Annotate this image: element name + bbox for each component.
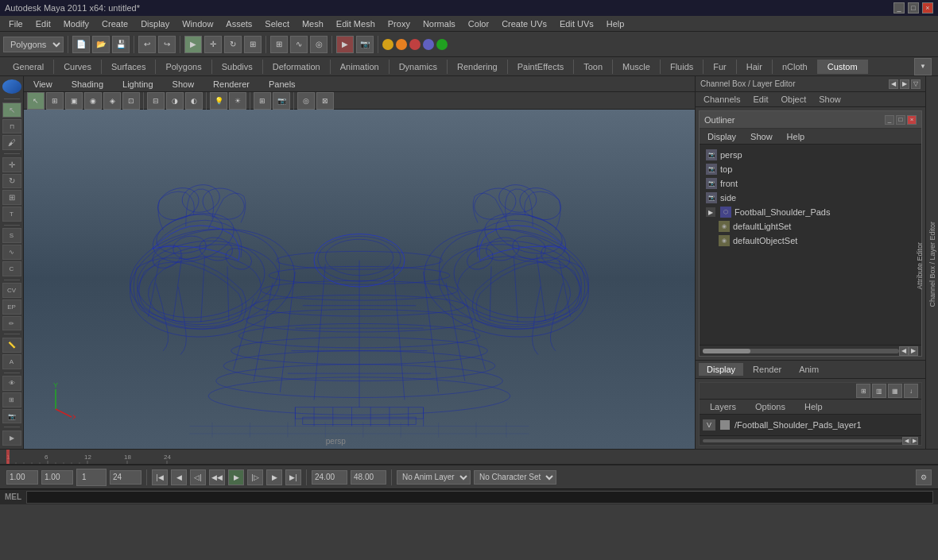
move-tool-btn[interactable]: ✛	[2, 157, 21, 172]
cb-tab-object[interactable]: Object	[777, 94, 809, 105]
outliner-item-lightset[interactable]: ◉ defaultLightSet	[703, 219, 918, 234]
layer-btn-2[interactable]: ▥	[872, 384, 886, 398]
layer-opt-help[interactable]: Help	[799, 400, 828, 413]
start-frame-input[interactable]	[6, 470, 38, 485]
open-btn[interactable]: 📂	[92, 36, 110, 53]
layer-opt-layers[interactable]: Layers	[704, 400, 742, 413]
side-tab-channel-box[interactable]: Channel Box / Layer Editor	[927, 218, 938, 311]
outliner-item-objset[interactable]: ◉ defaultObjectSet	[703, 234, 918, 248]
render-current-btn[interactable]: ▶	[2, 431, 21, 446]
range-start-input[interactable]	[312, 470, 347, 485]
paint-btn[interactable]: 🖌	[2, 135, 21, 150]
tab-painteffects[interactable]: PaintEffects	[508, 60, 575, 74]
show-hide-btn[interactable]: 👁	[2, 376, 21, 391]
outliner-item-top[interactable]: 📷 top	[703, 162, 918, 176]
next-frame-btn[interactable]: ▶	[266, 469, 282, 485]
menu-modify[interactable]: Modify	[58, 17, 95, 30]
undo-btn[interactable]: ↩	[138, 36, 156, 53]
playback-settings-btn[interactable]: ⚙	[916, 469, 932, 485]
cb-tab-edit[interactable]: Edit	[750, 94, 771, 105]
tab-dynamics[interactable]: Dynamics	[390, 60, 448, 74]
cb-expand[interactable]: ▽	[911, 79, 921, 89]
minimize-btn[interactable]: _	[893, 2, 905, 14]
anim-layer-select[interactable]: No Anim Layer	[397, 470, 471, 485]
snap-point-btn[interactable]: ◎	[310, 36, 328, 53]
mode-select[interactable]: Polygons	[3, 37, 64, 52]
cb-scroll-up[interactable]: ◀	[889, 79, 898, 89]
vp-grid-btn[interactable]: ⊞	[254, 92, 271, 110]
close-btn[interactable]: ×	[922, 2, 933, 14]
cv-curve-btn[interactable]: CV	[2, 283, 21, 298]
select-tool-btn[interactable]: ↖	[2, 102, 21, 118]
transform-btn[interactable]: T	[2, 207, 21, 222]
frame-field[interactable]	[79, 470, 103, 485]
menu-edit-mesh[interactable]: Edit Mesh	[331, 17, 381, 30]
tab-surfaces[interactable]: Surfaces	[102, 60, 156, 74]
redo-btn[interactable]: ↪	[158, 36, 176, 53]
prev-frame-btn[interactable]: ◀	[171, 469, 187, 485]
cb-tab-channels[interactable]: Channels	[700, 94, 743, 105]
side-tab-attribute-editor[interactable]: Attribute Editor	[914, 239, 925, 293]
layer-opt-options[interactable]: Options	[750, 400, 791, 413]
go-to-end-btn[interactable]: ▶|	[285, 469, 301, 485]
cb-tab-show[interactable]: Show	[816, 94, 844, 105]
layer-btn-3[interactable]: ▦	[888, 384, 902, 398]
lasso-btn[interactable]: ⊓	[2, 119, 21, 134]
vp-select-btn[interactable]: ↖	[27, 92, 45, 110]
window-controls[interactable]: _ □ ×	[893, 2, 933, 14]
outliner-scroll-left[interactable]: ◀	[899, 346, 909, 356]
outliner-scrollbar[interactable]: ◀ ▶	[700, 345, 921, 356]
cb-scroll-right[interactable]: ▶	[900, 79, 909, 89]
vp-shadow-btn[interactable]: ☀	[229, 92, 246, 110]
br-tab-anim[interactable]: Anim	[791, 363, 827, 376]
end-frame-display[interactable]	[110, 470, 141, 485]
vp-btn-6[interactable]: ⊡	[122, 92, 140, 110]
move-btn[interactable]: ✛	[204, 36, 222, 53]
range-end-input[interactable]	[351, 470, 386, 485]
tab-general[interactable]: General	[3, 60, 54, 74]
vp-menu-renderer[interactable]: Renderer	[208, 79, 254, 89]
rotate-btn[interactable]: ↻	[224, 36, 242, 53]
new-file-btn[interactable]: 📄	[72, 36, 90, 53]
measure-btn[interactable]: 📏	[2, 338, 21, 353]
vp-menu-lighting[interactable]: Lighting	[118, 79, 158, 89]
vp-btn-5[interactable]: ◈	[103, 92, 121, 110]
outliner-menu-help[interactable]: Help	[784, 132, 808, 141]
tab-fluids[interactable]: Fluids	[661, 60, 704, 74]
vp-smooth-btn[interactable]: ◑	[166, 92, 184, 110]
pencil-btn[interactable]: ✏	[2, 316, 21, 331]
scale-btn[interactable]: ⊞	[244, 36, 262, 53]
outliner-item-front[interactable]: 📷 front	[703, 176, 918, 191]
outliner-maximize[interactable]: □	[896, 115, 905, 125]
menu-color[interactable]: Color	[463, 17, 494, 30]
cluster-btn[interactable]: C	[2, 261, 21, 276]
tab-rendering[interactable]: Rendering	[448, 60, 508, 74]
outliner-item-pads[interactable]: ▶ ⬡ Football_Shoulder_Pads	[703, 205, 918, 219]
menu-help[interactable]: Help	[601, 17, 630, 30]
menu-create-uvs[interactable]: Create UVs	[496, 17, 552, 30]
vp-menu-view[interactable]: View	[29, 79, 57, 89]
tab-ncloth[interactable]: nCloth	[773, 60, 818, 74]
tab-curves[interactable]: Curves	[54, 60, 102, 74]
snap-curve-btn[interactable]: ∿	[290, 36, 308, 53]
play-forward-btn[interactable]: ▶	[228, 469, 244, 485]
layer-item-pads[interactable]: V /Football_Shoulder_Pads_layer1	[703, 418, 918, 432]
layer-scroll-right[interactable]: ▶	[910, 437, 918, 445]
vp-wireframe-btn[interactable]: ⊟	[147, 92, 165, 110]
menu-proxy[interactable]: Proxy	[382, 17, 416, 30]
play-backward-btn[interactable]: ◀◀	[209, 469, 225, 485]
menu-edit[interactable]: Edit	[30, 17, 56, 30]
soft-mod-btn[interactable]: S	[2, 228, 21, 243]
current-frame-input[interactable]	[41, 470, 73, 485]
ep-curve-btn[interactable]: EP	[2, 299, 21, 315]
char-set-select[interactable]: No Character Set	[474, 470, 556, 485]
vp-btn-4[interactable]: ◉	[84, 92, 102, 110]
layer-visibility[interactable]: V	[703, 419, 715, 431]
tab-deformation[interactable]: Deformation	[263, 60, 331, 74]
menu-select[interactable]: Select	[259, 17, 295, 30]
vp-iso-btn[interactable]: ⊠	[316, 92, 334, 110]
outliner-minimize[interactable]: _	[885, 115, 894, 125]
save-btn[interactable]: 💾	[112, 36, 130, 53]
outliner-item-side[interactable]: 📷 side	[703, 191, 918, 205]
scale-tool-btn[interactable]: ⊞	[2, 190, 21, 205]
